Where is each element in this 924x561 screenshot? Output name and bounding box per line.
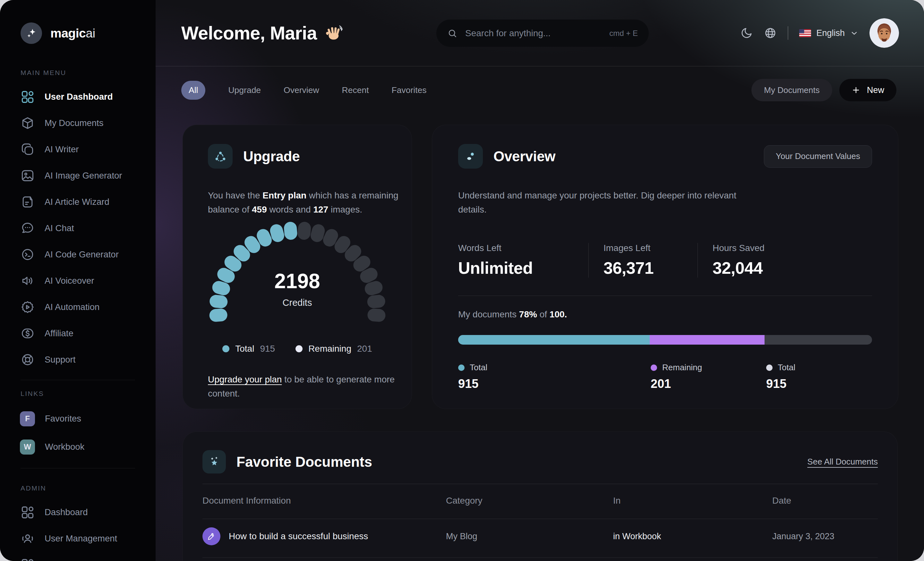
sidebar-item-affiliate[interactable]: Affiliate	[0, 320, 156, 347]
sidebar-item-workbook[interactable]: WWorkbook	[0, 433, 156, 461]
credits-label: Credits	[208, 298, 387, 308]
favorites-badge: F	[20, 411, 35, 426]
sidebar-item-item[interactable]	[0, 552, 156, 561]
users-icon	[21, 531, 34, 546]
sidebar-item-support[interactable]: Support	[0, 347, 156, 373]
sidebar-item-ai-code-generator[interactable]: AI Code Generator	[0, 241, 156, 268]
sidebar-item-dashboard[interactable]: Dashboard	[0, 499, 156, 525]
brand-name: magicai	[50, 26, 95, 40]
sidebar-item-ai-image-generator[interactable]: AI Image Generator	[0, 163, 156, 189]
globe-icon[interactable]	[764, 27, 777, 39]
see-all-documents-link[interactable]: See All Documents	[807, 457, 878, 467]
sidebar-section-label: ADMIN	[21, 485, 156, 492]
tab-upgrade[interactable]: Upgrade	[228, 81, 261, 100]
upgrade-card-title: Upgrade	[243, 148, 300, 165]
grid-icon	[21, 558, 34, 561]
language-selector[interactable]: English	[799, 28, 858, 38]
sidebar-item-favorites[interactable]: FFavorites	[0, 405, 156, 433]
sidebar-item-label: User Management	[45, 533, 117, 544]
sidebar-item-label: Affiliate	[45, 328, 74, 338]
documents-summary: My documents 78% of 100.	[458, 309, 872, 320]
plus-icon	[852, 85, 861, 94]
dots-icon	[458, 144, 483, 169]
grid-icon	[21, 505, 34, 519]
sidebar-item-label: AI Code Generator	[45, 250, 119, 260]
code-icon	[21, 247, 34, 262]
star-sparkle-icon	[202, 450, 226, 473]
documents-table-header: Document InformationCategoryInDate	[202, 484, 878, 519]
gauge-segment	[297, 221, 311, 240]
upgrade-footer: Upgrade your plan to be able to generate…	[208, 373, 404, 401]
sidebar: magicai MAIN MENUUser DashboardMy Docume…	[0, 0, 156, 561]
legend-dot	[296, 345, 303, 352]
documents-progress	[458, 335, 872, 345]
image-icon	[21, 169, 34, 183]
sidebar-item-ai-article-wizard[interactable]: AI Article Wizard	[0, 189, 156, 215]
share-nodes-icon	[208, 144, 232, 169]
search-bar[interactable]: cmd + E	[436, 19, 649, 47]
legend-dot	[458, 365, 465, 371]
language-label: English	[816, 28, 845, 38]
documents-table-body: How to build a successful business My Bl…	[202, 519, 878, 558]
column-in: In	[613, 495, 772, 506]
sidebar-item-label: AI Chat	[45, 223, 74, 233]
speaker-icon	[21, 274, 34, 288]
avatar[interactable]	[870, 18, 899, 48]
credits-value: 2198	[208, 269, 387, 293]
favorite-documents-card: Favorite Documents See All Documents Doc…	[183, 431, 898, 561]
sidebar-item-my-documents[interactable]: My Documents	[0, 110, 156, 136]
document-values-button[interactable]: Your Document Values	[764, 145, 872, 168]
legend-dot	[222, 345, 230, 352]
progress-legend: Total915Remaining201Total915	[458, 362, 872, 391]
sidebar-item-ai-voiceover[interactable]: AI Voiceover	[0, 268, 156, 294]
sidebar-section-label: LINKS	[21, 390, 156, 398]
new-button[interactable]: New	[839, 79, 896, 101]
moon-icon[interactable]	[740, 27, 753, 39]
page-title: Welcome, Maria	[181, 22, 343, 43]
grid-icon	[21, 90, 34, 104]
sparkles-icon	[21, 22, 42, 44]
search-shortcut: cmd + E	[609, 29, 638, 38]
overview-card-title: Overview	[494, 148, 555, 165]
pen-icon	[202, 527, 220, 545]
tab-favorites[interactable]: Favorites	[392, 81, 427, 100]
tab-overview[interactable]: Overview	[284, 81, 319, 100]
cards-row: Upgrade You have the Entry plan which ha…	[183, 125, 898, 409]
app-window: magicai MAIN MENUUser DashboardMy Docume…	[0, 0, 924, 561]
tab-recent[interactable]: Recent	[342, 81, 369, 100]
brand-logo[interactable]: magicai	[21, 22, 156, 44]
us-flag-icon	[799, 29, 811, 37]
waving-hand-icon	[324, 24, 343, 42]
my-documents-button[interactable]: My Documents	[752, 79, 832, 101]
sidebar-item-ai-automation[interactable]: AI Automation	[0, 294, 156, 320]
progress-segment	[650, 335, 764, 345]
sidebar-item-user-dashboard[interactable]: User Dashboard	[0, 84, 156, 110]
sidebar-item-user-management[interactable]: User Management	[0, 525, 156, 552]
divider	[458, 296, 872, 296]
stat-hours-saved: Hours Saved32,044	[698, 243, 777, 278]
gauge-segment	[283, 221, 298, 240]
chat-icon	[21, 221, 34, 235]
upgrade-plan-link[interactable]: Upgrade your plan	[208, 374, 282, 384]
document-icon	[21, 195, 34, 209]
overview-card: Overview Your Document Values Understand…	[432, 125, 898, 409]
search-icon	[447, 28, 458, 39]
header-controls: English	[740, 0, 899, 66]
gauge-segment	[367, 308, 386, 322]
cube-icon	[21, 116, 34, 130]
sidebar-item-ai-chat[interactable]: AI Chat	[0, 215, 156, 241]
sidebar-nav: MAIN MENUUser DashboardMy DocumentsAI Wr…	[0, 69, 156, 561]
legend-item-total: Total915	[222, 344, 275, 354]
sidebar-item-ai-writer[interactable]: AI Writer	[0, 136, 156, 163]
sidebar-item-label: AI Automation	[45, 302, 99, 312]
legend-item-remaining: Remaining201	[651, 362, 766, 391]
lifebuoy-icon	[21, 353, 34, 367]
progress-segment	[458, 335, 650, 345]
gauge-legend: Total915Remaining201	[208, 344, 387, 354]
table-row[interactable]: How to build a successful business My Bl…	[202, 519, 878, 558]
dollar-icon	[21, 326, 34, 340]
sidebar-item-label: My Documents	[45, 118, 103, 128]
toolbar-buttons: My Documents New	[752, 79, 896, 101]
tab-all[interactable]: All	[181, 81, 206, 100]
search-input[interactable]	[465, 28, 609, 39]
